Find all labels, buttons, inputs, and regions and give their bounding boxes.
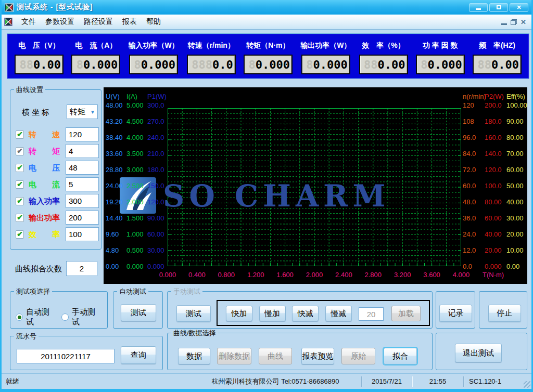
axis-tick: 3.500 — [126, 150, 148, 158]
axis-tick: 38.40 — [106, 134, 128, 141]
mdi-restore-icon[interactable] — [511, 19, 517, 25]
x-axis-select[interactable]: 转矩 ▼ — [67, 104, 98, 119]
meter-value: 0.000 — [256, 58, 290, 71]
step-button-3[interactable]: 快减 — [292, 306, 319, 321]
manual-control-box: 快加慢加快减慢减 20 加载 — [217, 300, 430, 326]
seven-segment-display: 80.000 — [416, 55, 465, 74]
fit-order-input[interactable]: 2 — [66, 261, 97, 276]
seven-segment-display: 880.00 — [359, 55, 408, 74]
status-version: SC1.120-1 — [464, 376, 531, 387]
axis-name-Eff(%): Eff(%) — [506, 93, 525, 100]
ghost-digits: 8 — [77, 58, 83, 71]
menu-item-1[interactable]: 文件 — [17, 15, 41, 29]
close-button[interactable]: ✕ — [510, 3, 528, 12]
menu-bar: 文件参数设置路径设置报表帮助 ✕ — [2, 15, 531, 30]
check-icon: ✔ — [17, 147, 23, 154]
manual-test-button[interactable]: 测试 — [176, 305, 211, 322]
axis-tick: 160.0 — [485, 134, 506, 141]
menu-items: 文件参数设置路径设置报表帮助 — [17, 15, 166, 29]
resize-grip[interactable] — [524, 381, 530, 388]
window-title: 测试系统 - [型式试验] — [17, 3, 93, 12]
record-button[interactable]: 记录 — [439, 305, 472, 322]
axis-tick: 120.0 — [485, 166, 506, 174]
manual-test-title: 手动测试 — [171, 287, 202, 296]
load-value-input[interactable]: 20 — [359, 307, 384, 321]
axis-tick: 30.00 — [147, 247, 169, 254]
menu-item-3[interactable]: 路径设置 — [79, 15, 118, 29]
cd-button-1[interactable]: 数据 — [178, 348, 210, 364]
cd-button-2: 删除数据 — [217, 348, 251, 364]
seven-segment-display: 80.000 — [244, 55, 293, 74]
step-button-4[interactable]: 慢减 — [325, 306, 352, 321]
curve-limit-input[interactable]: 5 — [66, 177, 99, 191]
curve-limit-input[interactable]: 48 — [66, 161, 99, 175]
radio-row: 自动测试手动测试 — [16, 307, 107, 327]
axis-tick: 0.000 — [147, 263, 169, 270]
auto-test-button[interactable]: 测试 — [121, 304, 156, 321]
menu-item-2[interactable]: 参数设置 — [41, 15, 79, 29]
mdi-close-icon[interactable]: ✕ — [521, 19, 526, 25]
radio-2[interactable] — [61, 313, 69, 321]
exit-group: 退出测试 — [436, 333, 527, 370]
maximize-button[interactable] — [489, 3, 508, 12]
status-company: 杭州索川科技有限公司 Tel:0571-86686890 — [189, 376, 361, 387]
manual-test-group: 手动测试 测试 快加慢加快减慢减 20 加载 — [167, 291, 433, 329]
x-tick: 2.800 — [365, 271, 382, 279]
curve-limit-input[interactable]: 4 — [66, 144, 99, 158]
curve-data-title: 曲线/数据选择 — [171, 329, 218, 338]
curve-limit-input[interactable]: 300 — [66, 194, 99, 208]
meter-panel: 电 压（V）880.00电 流（A）80.000输入功率（W）80.000转速（… — [7, 33, 529, 79]
step-button-2[interactable]: 慢加 — [259, 306, 286, 321]
curve-checkbox[interactable]: ✔ — [16, 180, 24, 189]
axis-tick: 140.0 — [485, 150, 506, 158]
axis-tick: 9.60 — [106, 231, 128, 238]
curve-limit-input[interactable]: 120 — [66, 127, 99, 141]
query-button[interactable]: 查询 — [121, 346, 156, 364]
check-icon: ✔ — [17, 164, 23, 171]
meter-label: 转矩（N·m） — [246, 41, 289, 50]
radio-label: 手动测试 — [72, 307, 100, 327]
minimize-button[interactable] — [469, 3, 488, 12]
menu-item-5[interactable]: 帮助 — [142, 15, 166, 29]
curve-checkbox[interactable]: ✔ — [16, 164, 24, 172]
menu-item-4[interactable]: 报表 — [118, 15, 142, 29]
cd-button-4[interactable]: 报表预览 — [301, 348, 334, 364]
curve-checkbox[interactable]: ✔ — [16, 230, 24, 239]
stop-button[interactable]: 停止 — [488, 305, 521, 322]
axis-tick: 120 — [463, 102, 485, 109]
curve-limit-input[interactable]: 200 — [66, 211, 99, 225]
ghost-digits: 8 — [134, 58, 141, 71]
axis-tick: 100.0 — [485, 182, 506, 190]
curve-limit-value: 300 — [69, 197, 82, 205]
axis-tick: 36.0 — [463, 215, 485, 222]
curve-checkbox[interactable]: ✔ — [16, 197, 24, 205]
curve-label: 转 速 — [29, 130, 61, 140]
axis-tick: 14.40 — [106, 215, 128, 222]
curve-limit-input[interactable]: 100 — [66, 227, 99, 241]
axis-name-P2(W): P2(W) — [485, 93, 504, 100]
cd-button-5: 原始 — [341, 348, 375, 364]
curve-checkbox[interactable]: ✔ — [16, 214, 24, 222]
step-button-1[interactable]: 快加 — [226, 306, 252, 321]
cd-button-6[interactable]: 拟合 — [384, 348, 417, 364]
radio-1[interactable] — [16, 313, 23, 321]
x-tick: 2.000 — [306, 271, 323, 279]
x-axis-label: 横 坐 标 — [22, 108, 49, 117]
curve-row-6: ✔输出功率200 — [16, 211, 99, 225]
axis-tick: 24.0 — [463, 231, 485, 238]
axis-ticks-n(r/min): 12010896.084.072.060.048.036.024.012.00.… — [463, 102, 485, 270]
mdi-minimize-icon[interactable] — [501, 23, 507, 25]
radio-label: 自动测试 — [26, 307, 54, 327]
curve-label: 电 压 — [29, 163, 61, 173]
curve-checkbox[interactable]: ✔ — [16, 130, 24, 139]
axis-tick: 2.500 — [126, 182, 148, 190]
axis-tick: 180.0 — [147, 166, 169, 174]
exit-test-button[interactable]: 退出测试 — [455, 344, 502, 362]
seven-segment-display: 80.000 — [301, 55, 350, 74]
axis-name-I(A): I(A) — [126, 93, 137, 100]
curve-checkbox[interactable]: ✔ — [16, 147, 24, 155]
serial-input[interactable]: 201110221117 — [17, 349, 115, 363]
chart-area: SO CHARM U(V)48.0043.2038.4033.6028.8024… — [104, 87, 527, 284]
axis-tick: 60.00 — [485, 215, 506, 222]
axis-tick: 60.00 — [506, 166, 528, 174]
